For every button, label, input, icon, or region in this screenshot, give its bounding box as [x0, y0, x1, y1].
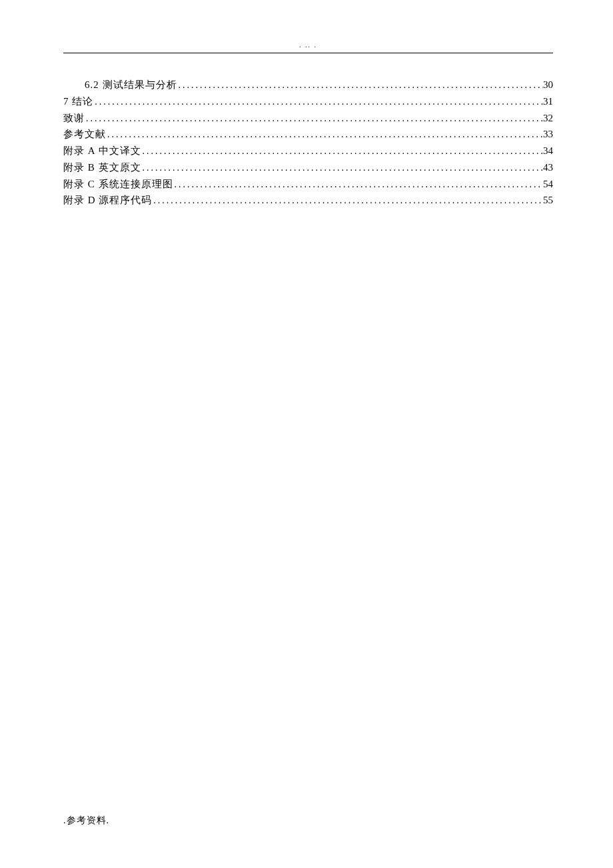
toc-entry-title: 附录 A 中文译文: [63, 143, 141, 159]
toc-entry: 附录 A 中文译文34: [63, 143, 553, 159]
toc-entry-page: 55: [543, 192, 553, 209]
toc-entry-title: 6.2 测试结果与分析: [85, 77, 177, 93]
toc-leader-dots: [141, 160, 543, 175]
toc-leader-dots: [141, 143, 543, 159]
toc-entry-title: 参考文献: [63, 126, 106, 143]
toc-leader-dots: [152, 193, 543, 208]
toc-entry-title: 致谢: [63, 110, 85, 127]
toc-leader-dots: [106, 127, 543, 142]
table-of-contents: 6.2 测试结果与分析307 结论31致谢32参考文献33附录 A 中文译文34…: [63, 77, 553, 209]
toc-entry: 附录 C 系统连接原理图54: [63, 176, 553, 193]
header-dots: . .. .: [299, 41, 317, 49]
header-rule: . .. .: [63, 47, 553, 53]
toc-entry-page: 33: [543, 126, 553, 143]
toc-entry-page: 54: [543, 176, 553, 193]
footer-text: .参考资料.: [63, 815, 109, 827]
toc-entry: 致谢32: [63, 110, 553, 127]
toc-entry: 6.2 测试结果与分析30: [63, 77, 553, 93]
toc-leader-dots: [177, 77, 544, 93]
toc-entry-title: 附录 C 系统连接原理图: [63, 176, 173, 193]
toc-entry-page: 32: [543, 110, 553, 127]
document-page: . .. . 6.2 测试结果与分析307 结论31致谢32参考文献33附录 A…: [0, 0, 613, 209]
toc-entry-page: 43: [543, 159, 553, 176]
toc-entry: 附录 B 英文原文43: [63, 159, 553, 176]
toc-entry-page: 31: [543, 93, 553, 110]
toc-entry: 附录 D 源程序代码55: [63, 192, 553, 209]
toc-entry-page: 30: [543, 77, 553, 93]
toc-entry-title: 附录 D 源程序代码: [63, 192, 152, 209]
toc-leader-dots: [173, 177, 543, 192]
toc-entry-title: 附录 B 英文原文: [63, 159, 141, 176]
toc-leader-dots: [85, 111, 543, 126]
toc-entry: 参考文献33: [63, 126, 553, 143]
toc-entry-title: 7 结论: [63, 93, 93, 110]
toc-leader-dots: [93, 94, 543, 109]
toc-entry-page: 34: [543, 143, 553, 159]
toc-entry: 7 结论31: [63, 93, 553, 110]
